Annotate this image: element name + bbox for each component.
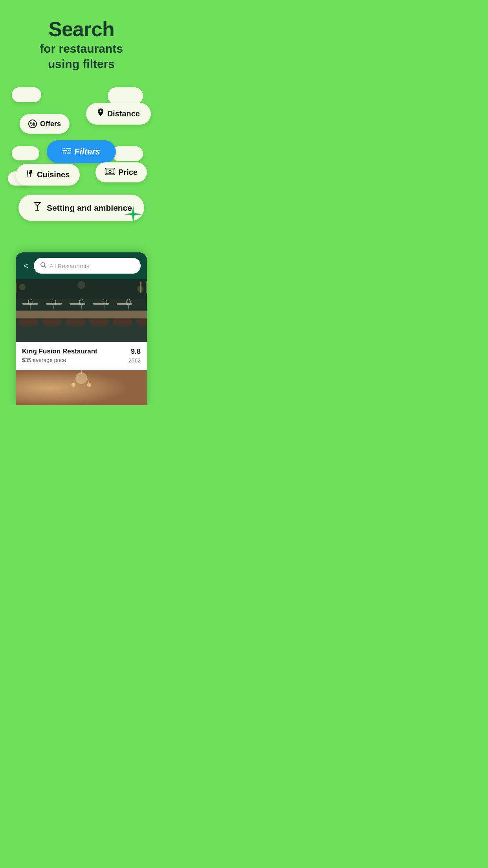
svg-rect-46: [140, 282, 141, 293]
distance-filter-pill[interactable]: Distance: [86, 103, 151, 125]
cocktail-icon: [33, 202, 42, 214]
restaurant-details-right: 9.8 2562: [128, 348, 141, 364]
svg-rect-37: [89, 318, 109, 326]
svg-rect-19: [22, 303, 38, 305]
search-icon: [40, 262, 46, 270]
svg-point-4: [67, 150, 69, 152]
decorative-pill-4: [112, 146, 143, 161]
price-label: Price: [118, 168, 138, 177]
decorative-pill-1: [12, 87, 41, 102]
decorative-pill-3: [12, 146, 39, 160]
svg-point-8: [109, 170, 111, 173]
restaurant-rating: 9.8: [128, 348, 141, 356]
restaurant-card-2-image: [16, 370, 147, 405]
location-icon: [97, 108, 104, 119]
svg-rect-34: [18, 318, 38, 326]
sliders-icon: [62, 147, 71, 157]
price-icon: [105, 168, 115, 177]
svg-rect-20: [46, 303, 62, 305]
cuisines-label: Cuisines: [37, 170, 70, 179]
svg-rect-38: [113, 318, 132, 326]
app-preview: < All Restaurants: [16, 252, 147, 405]
offers-filter-pill[interactable]: % Offers: [20, 114, 70, 134]
svg-rect-18: [16, 311, 147, 318]
restaurant-info: King Fusion Restaurant $35 average price…: [16, 342, 147, 370]
svg-point-56: [87, 383, 91, 387]
page-container: Search for restaurants using filters % O…: [0, 0, 163, 405]
svg-point-3: [64, 147, 66, 149]
sparkle-icon: [123, 204, 143, 224]
svg-rect-9: [105, 170, 106, 173]
svg-rect-39: [136, 318, 147, 326]
page-title: Search: [16, 19, 147, 39]
filters-pill[interactable]: Filters: [47, 140, 116, 163]
svg-rect-1: [62, 150, 71, 151]
app-search-bar: < All Restaurants: [16, 252, 147, 279]
svg-line-15: [44, 266, 46, 268]
restaurant-card-2-peek: [16, 370, 147, 405]
search-placeholder: All Restaurants: [50, 263, 90, 269]
cuisines-filter-pill[interactable]: Cuisines: [16, 164, 80, 186]
svg-rect-45: [17, 283, 17, 293]
setting-label: Setting and ambience: [47, 203, 132, 213]
restaurant-image: [16, 279, 147, 342]
restaurant-details-left: King Fusion Restaurant $35 average price: [22, 348, 128, 363]
offers-label: Offers: [40, 120, 61, 128]
restaurant-price: $35 average price: [22, 357, 128, 363]
filters-label: Filters: [74, 147, 100, 157]
cuisines-icon: [26, 169, 34, 180]
svg-rect-35: [42, 318, 62, 326]
page-subtitle: for restaurants using filters: [16, 41, 147, 72]
price-filter-pill[interactable]: Price: [95, 162, 147, 182]
svg-rect-7: [106, 169, 114, 174]
svg-rect-43: [16, 279, 147, 299]
restaurant-name: King Fusion Restaurant: [22, 348, 128, 355]
restaurant-reviews: 2562: [128, 357, 141, 364]
svg-point-55: [72, 383, 75, 387]
pills-area: % Offers Distance: [0, 83, 163, 252]
back-button[interactable]: <: [22, 261, 30, 270]
svg-rect-10: [114, 170, 115, 173]
restaurant-card-1[interactable]: King Fusion Restaurant $35 average price…: [16, 279, 147, 370]
svg-rect-47: [146, 281, 147, 293]
offers-icon: %: [28, 120, 37, 128]
decorative-pill-2: [108, 87, 143, 105]
svg-rect-36: [66, 318, 85, 326]
svg-point-5: [64, 152, 66, 154]
svg-point-14: [41, 263, 45, 267]
distance-label: Distance: [107, 109, 140, 118]
header: Search for restaurants using filters: [0, 0, 163, 79]
search-input-container[interactable]: All Restaurants: [34, 258, 141, 274]
